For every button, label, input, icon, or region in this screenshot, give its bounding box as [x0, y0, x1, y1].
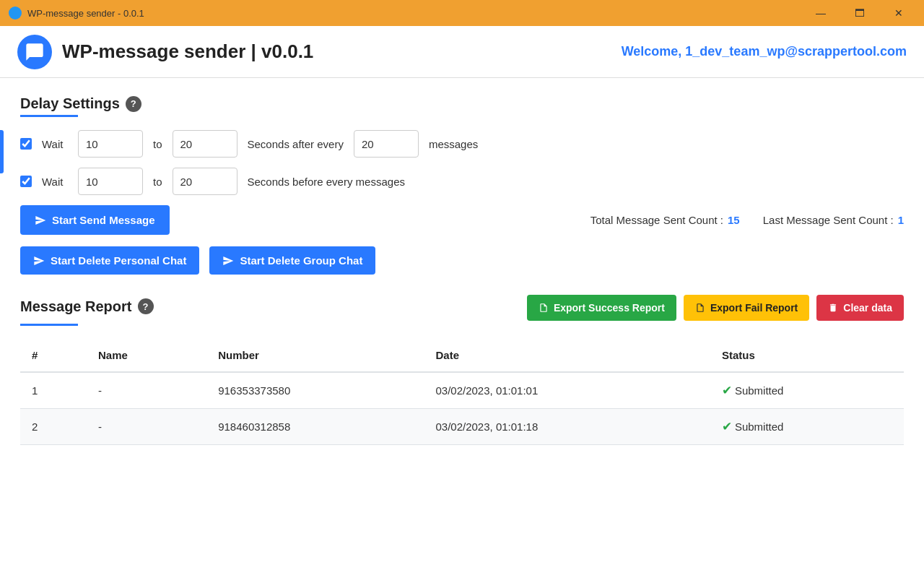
- delay-row1-checkbox[interactable]: [20, 138, 32, 150]
- last-sent-value: 1: [898, 214, 904, 226]
- main-content: Delay Settings ? Wait to Seconds after e…: [0, 78, 924, 578]
- app-title: WP-message sender | v0.0.1: [62, 40, 313, 63]
- delete-row: Start Delete Personal Chat Start Delete …: [20, 246, 904, 275]
- cell-status: ✔Submitted: [710, 372, 904, 409]
- delay-row1-to-input[interactable]: [173, 130, 237, 158]
- message-report-table: # Name Number Date Status 1 - 9163533735…: [20, 339, 904, 445]
- message-report-section: Message Report ? Export Success Report E…: [20, 295, 904, 445]
- delay-row1-suffix: Seconds after every: [248, 138, 344, 150]
- title-bar-left: WP-message sender - 0.0.1: [9, 7, 144, 20]
- minimize-button[interactable]: —: [804, 3, 837, 23]
- action-row: Start Send Message Total Message Sent Co…: [20, 205, 904, 235]
- delay-row2-to-input[interactable]: [173, 168, 237, 195]
- delete-group-chat-button[interactable]: Start Delete Group Chat: [209, 246, 375, 275]
- app-header-left: WP-message sender | v0.0.1: [17, 35, 313, 69]
- delay-row1-msg-input[interactable]: [354, 130, 419, 158]
- title-bar-title: WP-message sender - 0.0.1: [27, 8, 144, 19]
- cell-name: -: [87, 372, 206, 409]
- trash-icon: [828, 303, 838, 313]
- maximize-button[interactable]: 🗖: [843, 3, 876, 23]
- title-bar-controls: — 🗖 ✕: [804, 3, 915, 23]
- table-header-row: # Name Number Date Status: [20, 339, 904, 372]
- cell-date: 03/02/2023, 01:01:18: [424, 409, 710, 445]
- left-accent: [0, 130, 4, 173]
- delete-personal-icon: [33, 255, 45, 267]
- delay-row1-msg-suffix: messages: [429, 138, 478, 150]
- delay-settings-title: Delay Settings ?: [20, 95, 904, 112]
- title-bar: WP-message sender - 0.0.1 — 🗖 ✕: [0, 0, 924, 26]
- delay-row2-suffix: Seconds before every messages: [248, 176, 405, 188]
- app-icon: [9, 7, 22, 20]
- col-header-name: Name: [87, 339, 206, 372]
- close-button[interactable]: ✕: [882, 3, 915, 23]
- report-header: Message Report ? Export Success Report E…: [20, 295, 904, 321]
- col-header-id: #: [20, 339, 87, 372]
- delay-row1-from-input[interactable]: [78, 130, 143, 158]
- export-fail-report-button[interactable]: Export Fail Report: [684, 295, 809, 321]
- report-title-area: Message Report ?: [20, 298, 154, 318]
- col-header-date: Date: [424, 339, 710, 372]
- delay-row2-from-input[interactable]: [78, 168, 143, 195]
- delay-row-1: Wait to Seconds after every messages: [20, 130, 904, 158]
- delay-section-underline: [20, 115, 78, 117]
- col-header-number: Number: [206, 339, 424, 372]
- file-success-icon: [539, 303, 549, 313]
- table-row: 2 - 918460312858 03/02/2023, 01:01:18 ✔S…: [20, 409, 904, 445]
- delay-row1-to-text: to: [153, 138, 162, 150]
- file-fail-icon: [695, 303, 705, 313]
- clear-data-button[interactable]: Clear data: [816, 295, 904, 321]
- delete-group-icon: [222, 255, 234, 267]
- report-help-icon[interactable]: ?: [138, 298, 154, 314]
- send-icon: [35, 215, 46, 226]
- report-buttons: Export Success Report Export Fail Report…: [527, 295, 904, 321]
- cell-id: 1: [20, 372, 87, 409]
- delay-help-icon[interactable]: ?: [126, 96, 141, 112]
- start-send-button[interactable]: Start Send Message: [20, 205, 170, 235]
- delay-settings-section: Delay Settings ? Wait to Seconds after e…: [20, 95, 904, 195]
- report-section-underline: [20, 324, 78, 326]
- table-row: 1 - 916353373580 03/02/2023, 01:01:01 ✔S…: [20, 372, 904, 409]
- delay-row-2: Wait to Seconds before every messages: [20, 168, 904, 195]
- app-header: WP-message sender | v0.0.1 Welcome, 1_de…: [0, 26, 924, 78]
- cell-number: 918460312858: [206, 409, 424, 445]
- delay-row2-label: Wait: [42, 176, 68, 188]
- app-logo-icon: [17, 35, 52, 69]
- col-header-status: Status: [710, 339, 904, 372]
- cell-status: ✔Submitted: [710, 409, 904, 445]
- delay-row2-to-text: to: [153, 176, 162, 188]
- delete-personal-chat-button[interactable]: Start Delete Personal Chat: [20, 246, 199, 275]
- report-section-title: Message Report ?: [20, 298, 154, 315]
- cell-number: 916353373580: [206, 372, 424, 409]
- last-sent-stat: Last Message Sent Count : 1: [763, 214, 904, 226]
- total-sent-value: 15: [728, 214, 740, 226]
- welcome-text: Welcome, 1_dev_team_wp@scrappertool.com: [622, 44, 907, 59]
- stats-area: Total Message Sent Count : 15 Last Messa…: [590, 214, 904, 226]
- delay-row1-label: Wait: [42, 138, 68, 150]
- delay-row2-checkbox[interactable]: [20, 176, 32, 187]
- cell-date: 03/02/2023, 01:01:01: [424, 372, 710, 409]
- cell-name: -: [87, 409, 206, 445]
- export-success-report-button[interactable]: Export Success Report: [527, 295, 676, 321]
- cell-id: 2: [20, 409, 87, 445]
- total-sent-stat: Total Message Sent Count : 15: [590, 214, 740, 226]
